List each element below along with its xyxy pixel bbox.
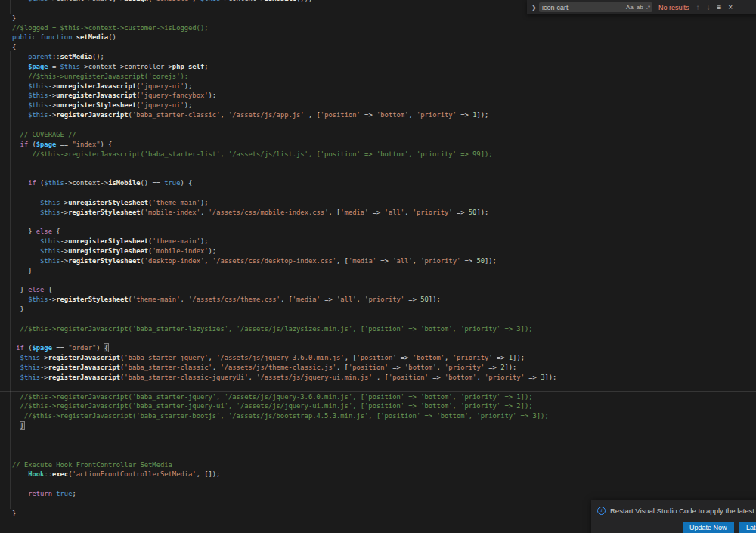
find-in-selection-icon[interactable]: ≡	[717, 0, 722, 14]
code-line[interactable]: $this->registerJavascript('baba_starter-…	[12, 373, 556, 383]
code-line[interactable]: // Execute Hook FrontController SetMedia	[12, 460, 556, 470]
find-widget: ❯ Aa ab .* No results ↑ ↓ ≡ ×	[527, 0, 756, 14]
code-line[interactable]	[12, 315, 556, 324]
code-line[interactable]	[12, 479, 556, 489]
find-previous-icon[interactable]: ↑	[696, 0, 700, 14]
code-line[interactable]: }	[12, 266, 556, 276]
code-line[interactable]: //$this->registerJavascript('baba_starte…	[12, 150, 556, 160]
code-line[interactable]: }	[12, 14, 556, 23]
indent-guide	[10, 51, 11, 509]
code-line[interactable]: } else {	[12, 285, 556, 295]
find-input-box: Aa ab .*	[539, 2, 652, 12]
code-line[interactable]: $this->registerStylesheet('desktop-index…	[12, 256, 556, 266]
code-line[interactable]: //$this->registerJavascript('baba_starte…	[12, 401, 556, 411]
code-line[interactable]: public function setMedia()	[12, 33, 556, 42]
regex-icon[interactable]: .*	[646, 4, 650, 11]
info-icon: i	[597, 507, 606, 515]
code-line[interactable]	[12, 383, 556, 392]
code-line[interactable]	[12, 120, 556, 130]
code-line[interactable]	[12, 334, 556, 344]
code-line[interactable]: $page = $this->context->controller->php_…	[12, 62, 556, 72]
code-line[interactable]: }	[12, 509, 556, 519]
editor-code[interactable]: $this->context->smarty->assign('isMobile…	[12, 0, 556, 519]
code-line[interactable]: } else {	[12, 227, 556, 237]
code-line[interactable]: if ($page == "order") {	[12, 343, 556, 353]
code-line[interactable]: {	[12, 42, 556, 52]
code-line[interactable]	[12, 451, 556, 460]
code-line[interactable]	[12, 188, 556, 198]
code-line[interactable]	[12, 499, 556, 509]
notification-message: Restart Visual Studio Code to apply the …	[610, 507, 756, 515]
code-line[interactable]: $this->unregisterStylesheet('jquery-ui')…	[12, 101, 556, 110]
code-line[interactable]: $this->registerJavascript('baba_starter-…	[12, 353, 556, 363]
code-line[interactable]	[12, 159, 556, 169]
code-line[interactable]: //$logged = $this->context->customer->is…	[12, 23, 556, 33]
code-line[interactable]: //$this->registerJavascript('baba_starte…	[12, 324, 556, 334]
code-line[interactable]: $this->unregisterStylesheet('theme-main'…	[12, 237, 556, 246]
code-line[interactable]	[12, 441, 556, 451]
code-line[interactable]: $this->unregisterJavascript('jquery-ui')…	[12, 82, 556, 91]
later-button[interactable]: Later	[739, 522, 756, 533]
close-icon[interactable]: ×	[728, 0, 733, 14]
code-line[interactable]: parent::setMedia();	[12, 52, 556, 62]
code-line[interactable]: $this->registerStylesheet('mobile-index'…	[12, 208, 556, 218]
code-line[interactable]: $this->registerJavascript('baba_starter-…	[12, 110, 556, 120]
find-results-label: No results	[658, 4, 689, 11]
code-line[interactable]: }	[12, 421, 556, 431]
code-line[interactable]: $this->unregisterStylesheet('mobile-inde…	[12, 246, 556, 256]
code-line[interactable]: //$this->registerJavascript('baba_starte…	[12, 411, 556, 421]
code-line[interactable]	[12, 217, 556, 227]
code-line[interactable]	[12, 4, 556, 14]
code-line[interactable]: return true;	[12, 489, 556, 499]
whole-word-icon[interactable]: ab	[637, 4, 643, 11]
find-input[interactable]	[542, 4, 623, 11]
code-line[interactable]: if ($this->context->isMobile() == true) …	[12, 178, 556, 188]
code-line[interactable]: // COVERAGE //	[12, 130, 556, 140]
code-line[interactable]: //$this->registerJavascript('baba_starte…	[12, 392, 556, 402]
code-line[interactable]: Hook::exec('actionFrontControllerSetMedi…	[12, 469, 556, 479]
code-line[interactable]: $this->registerJavascript('baba_starter-…	[12, 363, 556, 373]
indent-guide	[10, 0, 11, 14]
whole-word-glyph: ab	[637, 4, 643, 11]
find-next-icon[interactable]: ↓	[707, 0, 711, 14]
code-line[interactable]	[12, 431, 556, 441]
code-line[interactable]	[12, 169, 556, 178]
notification-toast: i Restart Visual Studio Code to apply th…	[591, 500, 756, 533]
code-line[interactable]: //$this->unregisterJavascript('corejs');	[12, 72, 556, 82]
code-line[interactable]: $this->unregisterJavascript('jquery-fanc…	[12, 91, 556, 101]
toggle-replace-chevron-icon[interactable]: ❯	[530, 4, 538, 11]
match-case-icon[interactable]: Aa	[626, 4, 634, 11]
code-line[interactable]: $this->unregisterStylesheet('theme-main'…	[12, 198, 556, 208]
code-line[interactable]	[12, 275, 556, 285]
code-line[interactable]: }	[12, 305, 556, 315]
update-now-button[interactable]: Update Now	[683, 522, 734, 533]
code-line[interactable]: $this->registerStylesheet('theme-main', …	[12, 295, 556, 305]
code-line[interactable]: if ($page == "index") {	[12, 140, 556, 150]
